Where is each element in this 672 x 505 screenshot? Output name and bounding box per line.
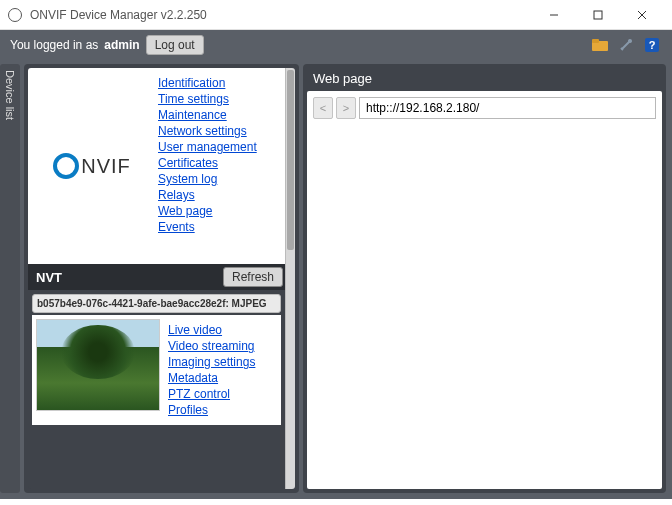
nvt-label: NVT bbox=[36, 270, 223, 285]
menu-relays[interactable]: Relays bbox=[158, 188, 257, 202]
menu-time-settings[interactable]: Time settings bbox=[158, 92, 257, 106]
maximize-button[interactable] bbox=[576, 1, 620, 29]
folder-icon[interactable] bbox=[590, 35, 610, 55]
close-button[interactable] bbox=[620, 1, 664, 29]
menu-metadata[interactable]: Metadata bbox=[168, 371, 255, 385]
minimize-button[interactable] bbox=[532, 1, 576, 29]
device-panel: NVIF Identification Time settings Mainte… bbox=[24, 64, 299, 493]
menu-events[interactable]: Events bbox=[158, 220, 257, 234]
menu-video-streaming[interactable]: Video streaming bbox=[168, 339, 255, 353]
onvif-logo: NVIF bbox=[32, 72, 152, 260]
menu-imaging-settings[interactable]: Imaging settings bbox=[168, 355, 255, 369]
webpage-panel-title: Web page bbox=[307, 68, 662, 91]
url-input[interactable] bbox=[359, 97, 656, 119]
menu-system-log[interactable]: System log bbox=[158, 172, 257, 186]
settings-icon[interactable] bbox=[616, 35, 636, 55]
device-list-tab-label: Device list bbox=[4, 70, 16, 120]
window-title: ONVIF Device Manager v2.2.250 bbox=[30, 8, 532, 22]
window-titlebar: ONVIF Device Manager v2.2.250 bbox=[0, 0, 672, 30]
app-icon bbox=[8, 8, 22, 22]
svg-rect-5 bbox=[592, 39, 599, 43]
help-icon[interactable]: ? bbox=[642, 35, 662, 55]
video-snapshot bbox=[36, 319, 160, 411]
nav-back-button[interactable]: < bbox=[313, 97, 333, 119]
username-label: admin bbox=[104, 38, 139, 52]
svg-point-6 bbox=[628, 39, 632, 43]
scrollbar-thumb[interactable] bbox=[287, 70, 294, 250]
logout-button[interactable]: Log out bbox=[146, 35, 204, 55]
menu-certificates[interactable]: Certificates bbox=[158, 156, 257, 170]
device-id-row[interactable]: b057b4e9-076c-4421-9afe-bae9acc28e2f: MJ… bbox=[32, 294, 281, 313]
nav-forward-button[interactable]: > bbox=[336, 97, 356, 119]
menu-live-video[interactable]: Live video bbox=[168, 323, 255, 337]
menu-user-management[interactable]: User management bbox=[158, 140, 257, 154]
menu-identification[interactable]: Identification bbox=[158, 76, 257, 90]
svg-text:?: ? bbox=[649, 39, 656, 51]
menu-network-settings[interactable]: Network settings bbox=[158, 124, 257, 138]
menu-maintenance[interactable]: Maintenance bbox=[158, 108, 257, 122]
left-scrollbar[interactable] bbox=[285, 68, 295, 489]
svg-rect-1 bbox=[594, 11, 602, 19]
refresh-button[interactable]: Refresh bbox=[223, 267, 283, 287]
webpage-panel: Web page < > bbox=[303, 64, 666, 493]
menu-web-page[interactable]: Web page bbox=[158, 204, 257, 218]
device-list-tab[interactable]: Device list bbox=[0, 64, 20, 493]
app-header: You logged in as admin Log out ? bbox=[0, 30, 672, 60]
menu-profiles[interactable]: Profiles bbox=[168, 403, 255, 417]
menu-ptz-control[interactable]: PTZ control bbox=[168, 387, 255, 401]
login-status-text: You logged in as bbox=[10, 38, 98, 52]
